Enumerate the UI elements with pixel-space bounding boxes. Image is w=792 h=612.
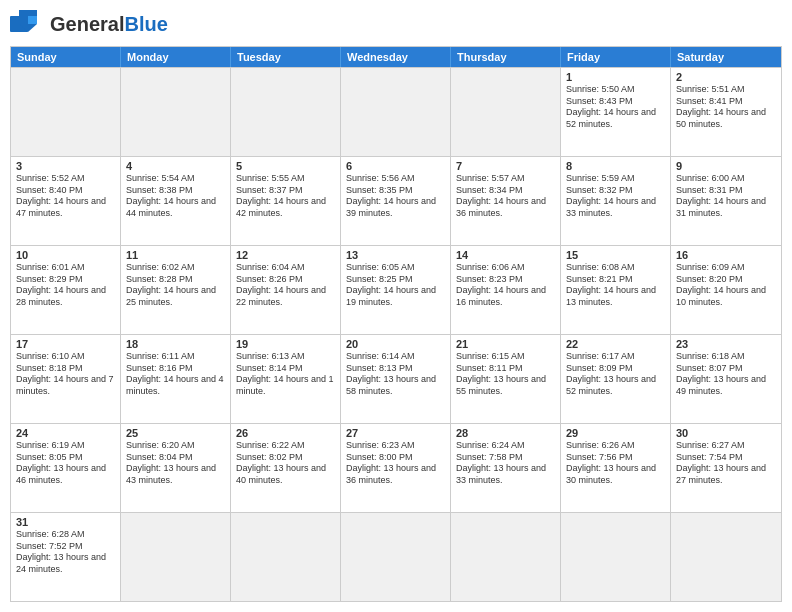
calendar-cell: 4Sunrise: 5:54 AMSunset: 8:38 PMDaylight…	[121, 157, 231, 245]
day-number: 22	[566, 338, 665, 350]
calendar-cell: 13Sunrise: 6:05 AMSunset: 8:25 PMDayligh…	[341, 246, 451, 334]
sun-info: Sunrise: 6:04 AMSunset: 8:26 PMDaylight:…	[236, 262, 335, 309]
calendar-cell: 5Sunrise: 5:55 AMSunset: 8:37 PMDaylight…	[231, 157, 341, 245]
calendar-cell: 14Sunrise: 6:06 AMSunset: 8:23 PMDayligh…	[451, 246, 561, 334]
calendar-cell: 2Sunrise: 5:51 AMSunset: 8:41 PMDaylight…	[671, 68, 781, 156]
calendar-cell	[561, 513, 671, 601]
day-number: 14	[456, 249, 555, 261]
sun-info: Sunrise: 6:06 AMSunset: 8:23 PMDaylight:…	[456, 262, 555, 309]
day-number: 30	[676, 427, 776, 439]
calendar-cell: 24Sunrise: 6:19 AMSunset: 8:05 PMDayligh…	[11, 424, 121, 512]
sun-info: Sunrise: 5:56 AMSunset: 8:35 PMDaylight:…	[346, 173, 445, 220]
sun-info: Sunrise: 6:27 AMSunset: 7:54 PMDaylight:…	[676, 440, 776, 487]
day-number: 2	[676, 71, 776, 83]
day-number: 25	[126, 427, 225, 439]
calendar-cell: 28Sunrise: 6:24 AMSunset: 7:58 PMDayligh…	[451, 424, 561, 512]
sun-info: Sunrise: 5:57 AMSunset: 8:34 PMDaylight:…	[456, 173, 555, 220]
sun-info: Sunrise: 6:11 AMSunset: 8:16 PMDaylight:…	[126, 351, 225, 398]
calendar-cell	[671, 513, 781, 601]
sun-info: Sunrise: 6:24 AMSunset: 7:58 PMDaylight:…	[456, 440, 555, 487]
calendar-cell: 25Sunrise: 6:20 AMSunset: 8:04 PMDayligh…	[121, 424, 231, 512]
sun-info: Sunrise: 6:19 AMSunset: 8:05 PMDaylight:…	[16, 440, 115, 487]
sun-info: Sunrise: 5:59 AMSunset: 8:32 PMDaylight:…	[566, 173, 665, 220]
calendar-week-3: 10Sunrise: 6:01 AMSunset: 8:29 PMDayligh…	[11, 245, 781, 334]
day-number: 20	[346, 338, 445, 350]
day-number: 23	[676, 338, 776, 350]
sun-info: Sunrise: 6:10 AMSunset: 8:18 PMDaylight:…	[16, 351, 115, 398]
calendar-cell: 16Sunrise: 6:09 AMSunset: 8:20 PMDayligh…	[671, 246, 781, 334]
day-header-thursday: Thursday	[451, 47, 561, 67]
sun-info: Sunrise: 6:22 AMSunset: 8:02 PMDaylight:…	[236, 440, 335, 487]
sun-info: Sunrise: 6:01 AMSunset: 8:29 PMDaylight:…	[16, 262, 115, 309]
calendar-cell: 27Sunrise: 6:23 AMSunset: 8:00 PMDayligh…	[341, 424, 451, 512]
day-number: 11	[126, 249, 225, 261]
day-number: 18	[126, 338, 225, 350]
day-number: 17	[16, 338, 115, 350]
calendar-cell: 20Sunrise: 6:14 AMSunset: 8:13 PMDayligh…	[341, 335, 451, 423]
calendar-cell	[231, 68, 341, 156]
calendar-cell: 6Sunrise: 5:56 AMSunset: 8:35 PMDaylight…	[341, 157, 451, 245]
day-number: 26	[236, 427, 335, 439]
calendar-cell: 30Sunrise: 6:27 AMSunset: 7:54 PMDayligh…	[671, 424, 781, 512]
calendar-cell: 29Sunrise: 6:26 AMSunset: 7:56 PMDayligh…	[561, 424, 671, 512]
calendar-cell: 22Sunrise: 6:17 AMSunset: 8:09 PMDayligh…	[561, 335, 671, 423]
day-number: 5	[236, 160, 335, 172]
sun-info: Sunrise: 6:09 AMSunset: 8:20 PMDaylight:…	[676, 262, 776, 309]
sun-info: Sunrise: 6:13 AMSunset: 8:14 PMDaylight:…	[236, 351, 335, 398]
day-number: 7	[456, 160, 555, 172]
sun-info: Sunrise: 5:51 AMSunset: 8:41 PMDaylight:…	[676, 84, 776, 131]
sun-info: Sunrise: 6:26 AMSunset: 7:56 PMDaylight:…	[566, 440, 665, 487]
calendar-cell: 8Sunrise: 5:59 AMSunset: 8:32 PMDaylight…	[561, 157, 671, 245]
calendar-cell	[121, 68, 231, 156]
calendar-week-4: 17Sunrise: 6:10 AMSunset: 8:18 PMDayligh…	[11, 334, 781, 423]
calendar-cell	[451, 513, 561, 601]
day-number: 19	[236, 338, 335, 350]
day-header-saturday: Saturday	[671, 47, 781, 67]
calendar-cell: 31Sunrise: 6:28 AMSunset: 7:52 PMDayligh…	[11, 513, 121, 601]
sun-info: Sunrise: 6:05 AMSunset: 8:25 PMDaylight:…	[346, 262, 445, 309]
day-number: 6	[346, 160, 445, 172]
day-header-monday: Monday	[121, 47, 231, 67]
sun-info: Sunrise: 6:20 AMSunset: 8:04 PMDaylight:…	[126, 440, 225, 487]
sun-info: Sunrise: 6:23 AMSunset: 8:00 PMDaylight:…	[346, 440, 445, 487]
day-number: 8	[566, 160, 665, 172]
day-number: 28	[456, 427, 555, 439]
page: GeneralBlue SundayMondayTuesdayWednesday…	[0, 0, 792, 612]
day-number: 1	[566, 71, 665, 83]
logo: GeneralBlue	[10, 10, 168, 38]
svg-marker-2	[28, 16, 37, 24]
calendar: SundayMondayTuesdayWednesdayThursdayFrid…	[10, 46, 782, 602]
sun-info: Sunrise: 5:55 AMSunset: 8:37 PMDaylight:…	[236, 173, 335, 220]
calendar-cell: 9Sunrise: 6:00 AMSunset: 8:31 PMDaylight…	[671, 157, 781, 245]
calendar-week-1: 1Sunrise: 5:50 AMSunset: 8:43 PMDaylight…	[11, 67, 781, 156]
day-number: 21	[456, 338, 555, 350]
sun-info: Sunrise: 5:50 AMSunset: 8:43 PMDaylight:…	[566, 84, 665, 131]
calendar-header: SundayMondayTuesdayWednesdayThursdayFrid…	[11, 47, 781, 67]
sun-info: Sunrise: 6:08 AMSunset: 8:21 PMDaylight:…	[566, 262, 665, 309]
day-header-tuesday: Tuesday	[231, 47, 341, 67]
calendar-cell	[341, 68, 451, 156]
sun-info: Sunrise: 6:14 AMSunset: 8:13 PMDaylight:…	[346, 351, 445, 398]
day-number: 12	[236, 249, 335, 261]
calendar-cell: 10Sunrise: 6:01 AMSunset: 8:29 PMDayligh…	[11, 246, 121, 334]
day-number: 9	[676, 160, 776, 172]
sun-info: Sunrise: 5:54 AMSunset: 8:38 PMDaylight:…	[126, 173, 225, 220]
day-header-sunday: Sunday	[11, 47, 121, 67]
calendar-cell: 7Sunrise: 5:57 AMSunset: 8:34 PMDaylight…	[451, 157, 561, 245]
calendar-cell: 1Sunrise: 5:50 AMSunset: 8:43 PMDaylight…	[561, 68, 671, 156]
calendar-cell: 18Sunrise: 6:11 AMSunset: 8:16 PMDayligh…	[121, 335, 231, 423]
day-number: 29	[566, 427, 665, 439]
calendar-body: 1Sunrise: 5:50 AMSunset: 8:43 PMDaylight…	[11, 67, 781, 601]
svg-marker-3	[19, 16, 28, 24]
calendar-cell	[121, 513, 231, 601]
day-number: 13	[346, 249, 445, 261]
day-number: 31	[16, 516, 115, 528]
sun-info: Sunrise: 6:17 AMSunset: 8:09 PMDaylight:…	[566, 351, 665, 398]
calendar-cell	[11, 68, 121, 156]
calendar-cell: 11Sunrise: 6:02 AMSunset: 8:28 PMDayligh…	[121, 246, 231, 334]
day-number: 3	[16, 160, 115, 172]
day-number: 15	[566, 249, 665, 261]
sun-info: Sunrise: 6:18 AMSunset: 8:07 PMDaylight:…	[676, 351, 776, 398]
calendar-cell: 3Sunrise: 5:52 AMSunset: 8:40 PMDaylight…	[11, 157, 121, 245]
calendar-week-6: 31Sunrise: 6:28 AMSunset: 7:52 PMDayligh…	[11, 512, 781, 601]
